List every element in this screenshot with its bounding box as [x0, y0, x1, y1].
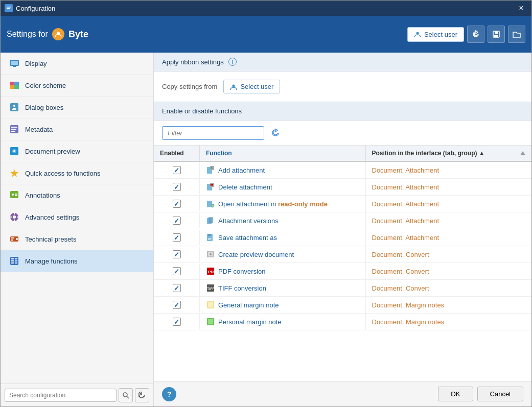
td-function-4: Save attachment as: [200, 229, 366, 246]
position-label-4: Document, Attachment: [372, 234, 440, 242]
td-enabled-2: ✓: [154, 196, 200, 211]
save-button[interactable]: [488, 26, 505, 43]
table-row: ✓ Personal margin note Document, Margin …: [154, 314, 531, 330]
checkbox-6[interactable]: ✓: [173, 267, 181, 275]
ok-button[interactable]: OK: [438, 387, 473, 401]
checkbox-8[interactable]: ✓: [173, 301, 181, 309]
td-position-8: Document, Margin notes: [366, 298, 532, 313]
select-user-button[interactable]: Select user: [407, 27, 464, 42]
checkbox-2[interactable]: ✓: [173, 200, 181, 208]
cancel-button[interactable]: Cancel: [477, 387, 523, 401]
sidebar-item-color-scheme[interactable]: Color scheme: [1, 75, 153, 97]
td-position-5: Document, Convert: [366, 247, 532, 262]
checkbox-0[interactable]: ✓: [173, 166, 181, 174]
metadata-icon: [9, 124, 20, 135]
refresh-button[interactable]: [467, 26, 484, 43]
checkbox-4[interactable]: ✓: [173, 233, 181, 242]
svg-rect-10: [13, 66, 16, 67]
title-bar-text: Configuration: [16, 5, 515, 12]
tiff-conversion-icon: TIFF: [206, 283, 215, 293]
svg-rect-75: [208, 319, 213, 324]
td-function-6: PDF PDF conversion: [200, 263, 366, 279]
svg-rect-62: [209, 217, 213, 223]
th-position[interactable]: Position in the interface (tab, group) ▲: [366, 146, 532, 161]
svg-rect-20: [11, 129, 16, 130]
table-row: ✓ PDF PDF conversion Document, Convert: [154, 263, 531, 280]
table-row: ✓ TIFF TIFF conversion Document, Convert: [154, 280, 531, 297]
th-function[interactable]: Function: [200, 146, 366, 161]
search-reset-button[interactable]: [135, 388, 149, 402]
sidebar-item-dialog-boxes[interactable]: Dialog boxes: [1, 97, 153, 118]
user-avatar: [52, 28, 64, 40]
position-label-9: Document, Margin notes: [372, 318, 445, 326]
search-button[interactable]: [119, 388, 133, 402]
sidebar-search-area: [1, 384, 153, 406]
svg-rect-7: [494, 35, 498, 37]
svg-point-47: [123, 393, 127, 397]
dialog-icon: [9, 102, 20, 113]
filter-input[interactable]: [162, 126, 264, 140]
search-configuration-input[interactable]: [5, 389, 117, 402]
sidebar-item-advanced-settings[interactable]: Advanced settings: [1, 206, 153, 228]
position-label-6: Document, Convert: [372, 268, 429, 275]
configuration-window: Configuration × Settings for Byte Select…: [0, 0, 532, 407]
title-bar: Configuration ×: [1, 1, 531, 16]
sidebar-item-document-preview[interactable]: Document preview: [1, 140, 153, 162]
preview-icon: [9, 146, 20, 157]
td-enabled-7: ✓: [154, 280, 200, 296]
filter-row: [154, 121, 531, 146]
sidebar-label-preview: Document preview: [25, 148, 80, 155]
advanced-icon: [9, 211, 20, 223]
position-label-5: Document, Convert: [372, 251, 429, 258]
apply-ribbon-label: Apply ribbon settings: [162, 58, 224, 66]
save-attachment-icon: [206, 233, 215, 242]
folder-button[interactable]: [508, 26, 525, 43]
th-enabled: Enabled: [154, 146, 200, 161]
checkbox-9[interactable]: ✓: [173, 318, 181, 326]
table-row: ✓ Create preview document Document, Conv…: [154, 246, 531, 263]
sidebar-label-annotations: Annotations: [25, 191, 60, 199]
svg-rect-16: [10, 103, 18, 111]
username-label: Byte: [68, 29, 88, 40]
sidebar-item-quick-access[interactable]: Quick access to functions: [1, 162, 153, 184]
svg-rect-19: [11, 127, 17, 128]
checkbox-1[interactable]: ✓: [173, 183, 181, 191]
td-function-2: Open attachment in read-only mode: [200, 196, 366, 212]
svg-rect-13: [14, 82, 19, 85]
td-position-1: Document, Attachment: [366, 180, 532, 195]
checkbox-5[interactable]: ✓: [173, 250, 181, 258]
position-label-2: Document, Attachment: [372, 200, 440, 208]
svg-rect-46: [15, 262, 17, 264]
general-margin-icon: [206, 300, 215, 309]
td-enabled-4: ✓: [154, 230, 200, 245]
filter-reset-button[interactable]: [268, 126, 283, 140]
svg-rect-44: [15, 260, 17, 261]
svg-text:TIFF: TIFF: [207, 287, 215, 291]
td-enabled-3: ✓: [154, 213, 200, 228]
sidebar-item-metadata[interactable]: Metadata: [1, 118, 153, 140]
function-label-8: General margin note: [218, 301, 279, 309]
td-function-1: Delete attachment: [200, 179, 366, 195]
svg-text:PDF: PDF: [208, 270, 215, 274]
checkbox-3[interactable]: ✓: [173, 217, 181, 225]
enable-disable-label: Enable or disable functions: [162, 107, 242, 115]
sidebar-label-quick: Quick access to functions: [25, 170, 100, 177]
svg-rect-43: [11, 260, 14, 261]
copy-settings-select-user-button[interactable]: Select user: [223, 80, 280, 93]
svg-point-67: [210, 253, 212, 255]
svg-rect-37: [11, 237, 14, 238]
th-position-label: Position in the interface (tab, group) ▲: [372, 150, 485, 157]
checkbox-7[interactable]: ✓: [173, 284, 181, 292]
sidebar-item-annotations[interactable]: Annotations: [1, 184, 153, 206]
svg-marker-25: [10, 169, 18, 177]
info-icon[interactable]: i: [228, 58, 237, 66]
help-button[interactable]: ?: [162, 387, 176, 401]
function-label-1: Delete attachment: [218, 183, 272, 191]
close-button[interactable]: ×: [515, 2, 527, 14]
create-preview-icon: [206, 250, 215, 259]
sidebar-item-display[interactable]: Display: [1, 53, 153, 75]
sidebar-label-metadata: Metadata: [25, 126, 53, 133]
sidebar-item-manage-functions[interactable]: Manage functions: [1, 250, 153, 272]
table-body: ✓ Add attachment Document, Attachment: [154, 162, 531, 381]
sidebar-item-technical-presets[interactable]: Technical presets: [1, 228, 153, 250]
